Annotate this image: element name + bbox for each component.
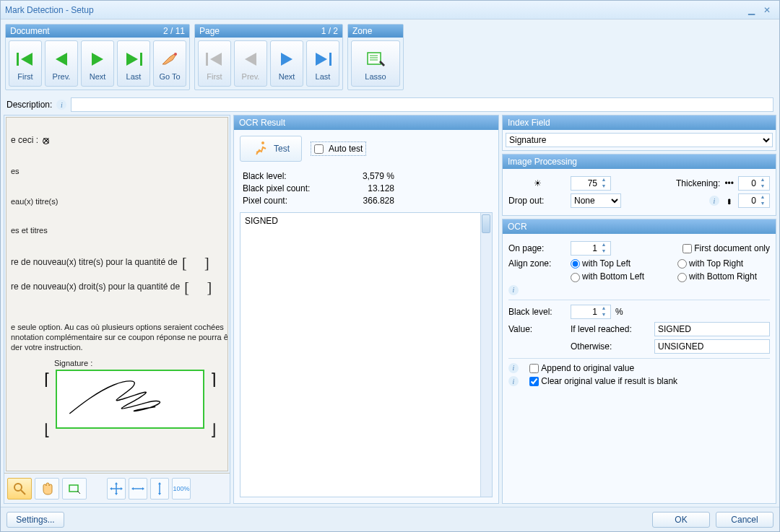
- btn-label: Next: [279, 72, 295, 81]
- black-pixel-count-label: Black pixel count:: [243, 183, 337, 193]
- pixel-count-value: 366.828: [337, 196, 394, 206]
- svg-rect-12: [329, 53, 332, 66]
- chk-label: Append to original value: [541, 363, 634, 373]
- settings-button[interactable]: Settings...: [6, 512, 64, 528]
- value-label: Value:: [508, 324, 566, 334]
- align-topleft-radio[interactable]: with Top Left: [571, 258, 663, 269]
- btn-label: Lasso: [365, 72, 386, 81]
- doc-text: e ceci :: [11, 135, 38, 145]
- info-icon[interactable]: i: [56, 100, 66, 110]
- radio-label: with Bottom Right: [689, 271, 757, 282]
- svg-marker-10: [281, 53, 292, 66]
- align-bottomleft-radio[interactable]: with Bottom Left: [571, 271, 663, 282]
- magnify-tool[interactable]: [7, 478, 32, 500]
- fit-page-tool[interactable]: [107, 478, 126, 500]
- info-icon[interactable]: i: [709, 196, 719, 206]
- btn-label: First: [17, 72, 32, 81]
- doc-first-button[interactable]: First: [9, 40, 42, 87]
- svg-line-18: [21, 490, 25, 494]
- index-field-select[interactable]: Signature: [506, 133, 773, 147]
- description-input[interactable]: [71, 97, 774, 112]
- svg-marker-4: [126, 53, 138, 66]
- extra-spin[interactable]: ▲▼: [738, 193, 770, 208]
- preview-pane: e ceci : es eau(x) titre(s) es et titres…: [4, 115, 230, 504]
- scrollbar[interactable]: [480, 213, 492, 497]
- info-icon[interactable]: i: [508, 363, 519, 373]
- doc-text: es et titres: [11, 226, 48, 235]
- ribbon-header-zone: Zone: [348, 25, 403, 38]
- doc-goto-button[interactable]: Go To: [153, 40, 186, 87]
- doc-prev-button[interactable]: Prev.: [45, 40, 78, 87]
- fit-height-tool[interactable]: [150, 478, 169, 500]
- align-topright-radio[interactable]: with Top Right: [677, 258, 770, 269]
- thickening-spin[interactable]: ▲▼: [738, 176, 770, 191]
- append-checkbox[interactable]: Append to original value: [529, 363, 634, 373]
- close-icon[interactable]: ✕: [759, 4, 775, 17]
- ribbon-header-document: Document 2 / 11: [6, 25, 189, 38]
- document-preview[interactable]: e ceci : es eau(x) titre(s) es et titres…: [6, 117, 228, 471]
- doc-text: es: [11, 167, 20, 175]
- ocr-result-text[interactable]: SIGNED: [240, 212, 493, 497]
- radio-label: with Top Left: [582, 258, 630, 269]
- svg-rect-5: [140, 53, 142, 66]
- otherwise-label: Otherwise:: [571, 341, 650, 352]
- fit-width-tool[interactable]: [129, 478, 147, 500]
- prev-icon: [51, 49, 72, 69]
- chk-label: Auto test: [329, 144, 363, 154]
- page-next-button[interactable]: Next: [270, 40, 303, 87]
- goto-icon: [159, 49, 181, 69]
- bracket-icon: ⌊: [44, 421, 51, 440]
- brightness-spin[interactable]: ▲▼: [571, 176, 611, 191]
- ribbon-group-page: Page 1 / 2 First Prev. Next Last: [194, 24, 343, 90]
- svg-marker-20: [115, 482, 118, 484]
- ocr-config-header: OCR: [503, 219, 776, 234]
- result-value: SIGNED: [245, 216, 278, 226]
- black-level-spin[interactable]: ▲▼: [571, 305, 611, 319]
- doc-last-button[interactable]: Last: [117, 40, 150, 87]
- index-field-header: Index Field: [503, 115, 776, 130]
- scroll-thumb[interactable]: [482, 214, 490, 233]
- otherwise-input[interactable]: [654, 339, 770, 354]
- signature-label: Signature :: [54, 359, 92, 367]
- info-icon[interactable]: i: [508, 285, 519, 295]
- ribbon-label: Zone: [352, 26, 372, 36]
- svg-marker-25: [131, 487, 134, 490]
- hand-icon: [40, 481, 54, 496]
- signature-zone[interactable]: [56, 370, 204, 429]
- first-icon: [204, 49, 225, 69]
- first-doc-only-checkbox[interactable]: First document only: [682, 243, 770, 253]
- minimize-icon[interactable]: ▁: [743, 4, 759, 17]
- btn-label: First: [207, 72, 222, 81]
- page-last-button[interactable]: Last: [306, 40, 339, 87]
- lasso-button[interactable]: Lasso: [351, 40, 400, 87]
- on-page-spin[interactable]: ▲▼: [571, 241, 611, 256]
- rect-select-tool[interactable]: [62, 478, 87, 500]
- pixel-count-label: Pixel count:: [243, 196, 337, 206]
- test-button[interactable]: Test: [240, 136, 302, 162]
- black-pixel-count-value: 13.128: [337, 183, 394, 193]
- svg-marker-9: [245, 53, 256, 66]
- zoom-100-tool[interactable]: 100%: [172, 478, 191, 500]
- rect-icon: [67, 481, 82, 496]
- magnify-icon: [12, 481, 27, 496]
- dropout-select[interactable]: None: [571, 193, 621, 208]
- next-icon: [87, 49, 108, 69]
- ocr-result-header: OCR Result: [234, 115, 498, 130]
- page-prev-button[interactable]: Prev.: [234, 40, 267, 87]
- align-bottomright-radio[interactable]: with Bottom Right: [677, 271, 770, 282]
- svg-rect-0: [17, 53, 19, 66]
- doc-next-button[interactable]: Next: [81, 40, 114, 87]
- ok-button[interactable]: OK: [652, 512, 710, 528]
- clear-blank-checkbox[interactable]: Clear original value if result is blank: [529, 376, 677, 386]
- page-first-button[interactable]: First: [198, 40, 231, 87]
- cancel-button[interactable]: Cancel: [716, 512, 774, 528]
- bracket-icon: ⌉: [210, 370, 217, 389]
- if-reached-label: If level reached:: [571, 324, 650, 334]
- pan-tool[interactable]: [35, 478, 59, 500]
- titlebar: Mark Detection - Setup ▁ ✕: [1, 1, 779, 19]
- if-reached-input[interactable]: [654, 322, 770, 336]
- window: Mark Detection - Setup ▁ ✕ Document 2 / …: [0, 0, 780, 532]
- info-icon[interactable]: i: [508, 376, 519, 386]
- auto-test-checkbox[interactable]: Auto test: [311, 141, 366, 156]
- black-level-label: Black level:: [243, 171, 337, 181]
